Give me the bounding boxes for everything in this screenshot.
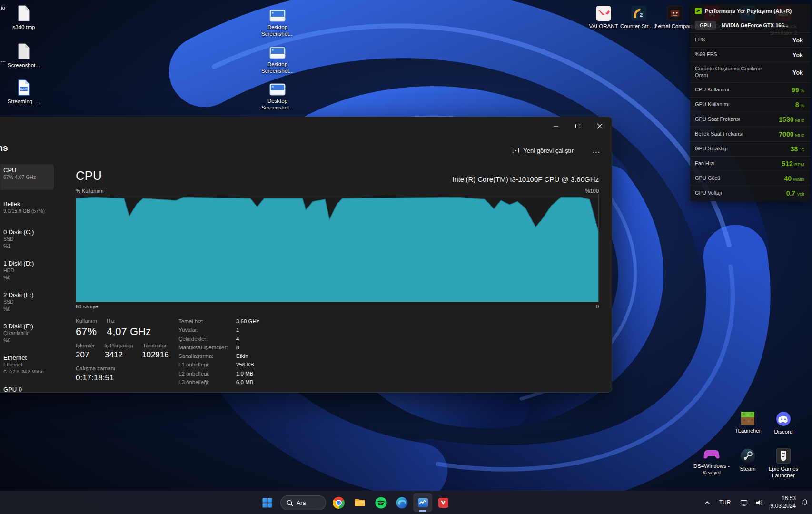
tray-clock[interactable]: 16:53 9.03.2024 bbox=[762, 493, 796, 512]
icon-label: Desktop Screenshot... bbox=[256, 24, 299, 37]
sidebar-item-sub: Ethernet bbox=[3, 362, 54, 368]
icon-label: Desktop Screenshot... bbox=[256, 98, 299, 111]
overlay-row-label: FPS bbox=[695, 37, 705, 43]
detail-label: L2 önbelleği: bbox=[178, 369, 236, 378]
file-icon bbox=[17, 43, 31, 60]
nvidia-performance-overlay: Performans Yer Paylaşımı (Alt+R) GPU NVI… bbox=[690, 4, 810, 201]
tray-chevron-button[interactable] bbox=[701, 493, 714, 512]
detail-value: 8 bbox=[236, 345, 239, 350]
icon-label: Lethal Company bbox=[655, 23, 695, 30]
tab-gpu[interactable]: GPU bbox=[695, 21, 716, 30]
detail-value: 1,0 MB bbox=[236, 371, 253, 376]
overlay-row-value: 7000 bbox=[779, 130, 793, 138]
stat-label: Kullanım bbox=[76, 318, 97, 324]
tlauncher-icon bbox=[741, 411, 755, 425]
sidebar-item-disk-1[interactable]: 1 Diski (D:) HDD %0 bbox=[0, 257, 54, 281]
overlay-row-label: GPU Voltajı bbox=[695, 190, 722, 197]
discord-icon bbox=[776, 411, 791, 426]
sidebar-item-gpu-0[interactable]: GPU 0 bbox=[0, 384, 54, 393]
search-box[interactable]: Ara bbox=[280, 495, 326, 510]
stat-value-processes: 207 bbox=[76, 350, 89, 360]
cpu-usage-chart bbox=[76, 195, 599, 302]
active-app-indicator bbox=[419, 510, 426, 512]
desktop-icon-counter-strike-2[interactable]: 2 Counter-Str... 2 bbox=[618, 6, 659, 30]
desktop-icon-epic-games[interactable]: Epic Games Launcher bbox=[761, 448, 806, 479]
lethal-company-icon bbox=[667, 6, 683, 21]
more-options-button[interactable]: ... bbox=[589, 144, 604, 157]
desktop-icon-desktop-screenshot-2[interactable]: Desktop Screenshot... bbox=[255, 47, 300, 74]
tray-network-button[interactable] bbox=[737, 493, 751, 512]
sidebar-item-disk-2[interactable]: 2 Diski (E:) SSD %0 bbox=[0, 289, 54, 312]
chart-axis-label: % Kullanımı bbox=[76, 188, 104, 194]
cs2-icon: 2 bbox=[631, 6, 646, 21]
icon-label: Epic Games Launcher bbox=[762, 466, 805, 479]
minimize-button[interactable] bbox=[545, 118, 567, 135]
taskbar-edge-button[interactable] bbox=[392, 493, 411, 512]
overlay-row-cpu-usage: CPU Kullanımı 99% bbox=[690, 82, 810, 97]
overlay-title: Performans Yer Paylaşımı (Alt+R) bbox=[705, 8, 792, 14]
overlay-row-unit: Volt bbox=[797, 191, 804, 197]
sidebar-item-sub: Çıkarılabilir bbox=[3, 330, 54, 337]
overlay-row-fps: FPS Yok bbox=[690, 32, 810, 47]
taskbar-spotify-button[interactable] bbox=[371, 493, 390, 512]
steam-icon bbox=[740, 448, 755, 464]
desktop-icon-screenshot[interactable]: Screenshot... bbox=[1, 43, 47, 69]
overlay-row-unit: MHz bbox=[795, 118, 804, 123]
tray-language-button[interactable]: TUR bbox=[716, 493, 734, 512]
start-button[interactable] bbox=[257, 493, 277, 512]
taskbar-task-manager-button[interactable] bbox=[413, 493, 432, 512]
json-file-icon: JSON bbox=[17, 79, 31, 96]
window-controls bbox=[545, 118, 611, 135]
sidebar-item-sub: %0 bbox=[3, 306, 54, 313]
taskbar-file-explorer-button[interactable] bbox=[350, 493, 369, 512]
sidebar-item-disk-0[interactable]: 0 Diski (C:) SSD %1 bbox=[0, 226, 54, 249]
icon-label: Discord bbox=[774, 429, 793, 435]
detail-value: 6,0 MB bbox=[236, 379, 253, 385]
sidebar-item-memory[interactable]: Bellek 9,0/15,9 GB (57%) bbox=[0, 198, 54, 215]
detail-value: 4 bbox=[236, 336, 239, 342]
sidebar-item-title: Bellek bbox=[3, 200, 54, 208]
run-new-task-button[interactable]: Yeni görevi çalıştır bbox=[507, 143, 578, 158]
taskbar-chrome-button[interactable] bbox=[329, 493, 348, 512]
windows-logo-icon bbox=[261, 497, 273, 509]
sidebar-item-title: Ethernet bbox=[3, 354, 54, 361]
sidebar-item-sub: %0 bbox=[3, 337, 54, 344]
desktop-icon-s3d0-tmp[interactable]: s3d0.tmp bbox=[1, 5, 47, 31]
overlay-row-value: 99 bbox=[792, 86, 799, 94]
taskbar-red-app-button[interactable] bbox=[434, 493, 453, 512]
network-icon bbox=[740, 499, 748, 506]
chart-axis-label: %100 bbox=[585, 188, 599, 194]
screenshot-thumbnail-icon bbox=[269, 47, 286, 59]
overlay-row-label: GPU Kullanımı bbox=[695, 101, 730, 108]
clock-date: 9.03.2024 bbox=[771, 503, 796, 510]
desktop-icon-desktop-screenshot-1[interactable]: Desktop Screenshot... bbox=[255, 10, 300, 37]
desktop: io ... s3d0.tmp Screenshot... JSON Strea… bbox=[0, 0, 812, 514]
cpu-model-name: Intel(R) Core(TM) i3-10100F CPU @ 3.60GH… bbox=[452, 175, 599, 183]
sidebar-item-sub: 9,0/15,9 GB (57%) bbox=[3, 208, 54, 215]
performance-sidebar: CPU 67% 4,07 GHz Bellek 9,0/15,9 GB (57%… bbox=[0, 117, 55, 392]
stat-value-handles: 102916 bbox=[142, 350, 169, 360]
overlay-row-gpu-temp: GPU Sıcaklığı 38°C bbox=[690, 141, 810, 156]
close-button[interactable] bbox=[589, 118, 611, 135]
sidebar-item-sub: 67% 4,07 GHz bbox=[3, 174, 54, 181]
overlay-row-unit: RPM bbox=[794, 162, 804, 167]
maximize-button[interactable] bbox=[567, 118, 589, 135]
sidebar-item-disk-3[interactable]: 3 Diski (F:) Çıkarılabilir %0 bbox=[0, 320, 54, 344]
overlay-row-label: Fan Hızı bbox=[695, 160, 715, 167]
desktop-icon-streaming-json[interactable]: JSON Streaming_... bbox=[1, 79, 47, 105]
desktop-icon-lethal-company[interactable]: Lethal Company bbox=[654, 6, 695, 30]
epic-games-icon bbox=[776, 448, 791, 464]
sidebar-item-cpu[interactable]: CPU 67% 4,07 GHz bbox=[0, 164, 54, 190]
desktop-icon-discord[interactable]: Discord bbox=[761, 411, 806, 435]
spotify-icon bbox=[375, 497, 387, 509]
overlay-row-fan-speed: Fan Hızı 512RPM bbox=[690, 156, 810, 171]
overlay-row-unit: Watts bbox=[793, 177, 804, 182]
desktop-icon-desktop-screenshot-3[interactable]: Desktop Screenshot... bbox=[255, 83, 300, 111]
tray-notifications-button[interactable] bbox=[799, 493, 811, 512]
svg-text:2: 2 bbox=[640, 12, 643, 18]
icon-label: VALORANT bbox=[589, 23, 618, 30]
overlay-row-value: Yok bbox=[792, 69, 803, 76]
stat-label: Tanıtıcılar bbox=[143, 343, 167, 348]
sidebar-item-ethernet[interactable]: Ethernet Ethernet G: 0,2 A: 34,8 Mb/sn bbox=[0, 352, 54, 375]
sidebar-item-sub: HDD bbox=[3, 267, 54, 274]
